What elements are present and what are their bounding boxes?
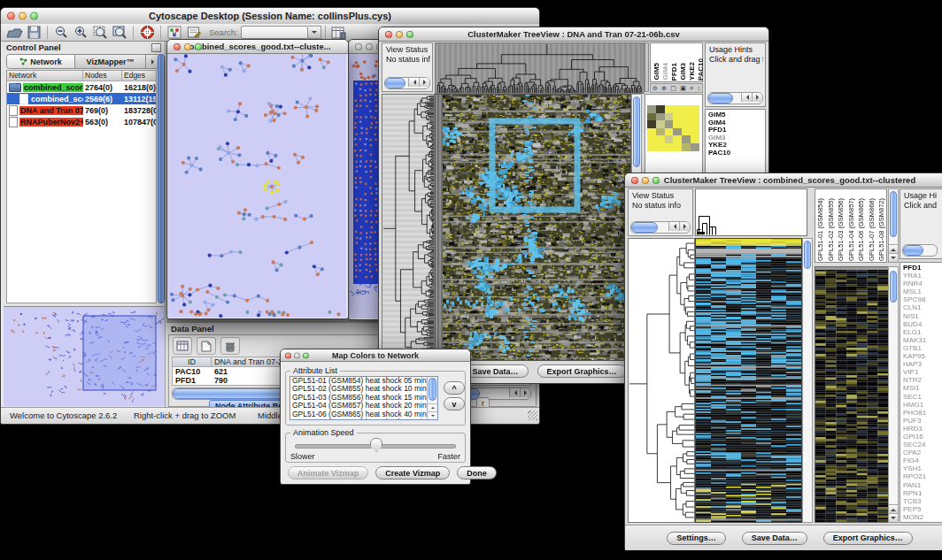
treeview-button[interactable]: Export Graphics…	[537, 364, 627, 378]
map-colors-dialog[interactable]: Map Colors to Network Attribute List GPL…	[280, 349, 471, 485]
scroll-right-icon[interactable]	[679, 222, 690, 231]
matrix-cell[interactable]	[656, 128, 665, 136]
mini-tool-icon[interactable]: ⊖	[652, 85, 658, 92]
scroll-right-icon[interactable]	[520, 388, 530, 397]
matrix-cell[interactable]	[665, 113, 674, 121]
close-icon[interactable]	[385, 31, 392, 38]
mini-tool-icon[interactable]: ▢	[670, 85, 676, 92]
column-header[interactable]: Network	[7, 71, 83, 81]
network-tree-row[interactable]: combined_scores2764(0)16218(0)	[7, 81, 156, 93]
minimize-icon[interactable]	[294, 352, 300, 358]
scrollbar-thumb[interactable]	[633, 96, 640, 167]
matrix-cell[interactable]	[647, 113, 656, 121]
create-vizmap-button[interactable]: Create Vizmap	[375, 466, 450, 479]
matrix-cell[interactable]	[673, 120, 682, 128]
matrix-cell[interactable]	[682, 135, 691, 143]
close-icon[interactable]	[631, 177, 638, 184]
main-titlebar[interactable]: Cytoscape Desktop (Session Name: collins…	[1, 8, 539, 25]
gene-label[interactable]: MON2	[903, 513, 942, 521]
column-header[interactable]: Nodes	[83, 71, 122, 81]
gene-label[interactable]: TCB3	[903, 497, 942, 505]
treeview1-titlebar[interactable]: ClusterMaker TreeView : DNA and Tran 07-…	[379, 27, 768, 42]
new-attribute-icon[interactable]	[197, 337, 216, 355]
treeview2-titlebar[interactable]: ClusterMaker TreeView : combined_scores_…	[625, 173, 942, 188]
global-view-heatmap[interactable]	[815, 266, 889, 523]
search-dropdown-icon[interactable]	[308, 26, 321, 39]
matrix-cell[interactable]	[682, 143, 691, 151]
matrix-cell[interactable]	[656, 105, 665, 113]
mini-tool-icon[interactable]: ▣	[680, 85, 686, 92]
pane-divider[interactable]	[645, 42, 649, 92]
save-session-button[interactable]	[24, 25, 43, 41]
matrix-cell[interactable]	[673, 128, 682, 136]
vizmapper-icon[interactable]	[165, 25, 184, 41]
column-header[interactable]: ID	[173, 357, 212, 366]
matrix-cell[interactable]	[665, 105, 674, 113]
scrollbar-thumb[interactable]	[708, 93, 733, 104]
gene-label[interactable]: GTB1	[903, 344, 942, 352]
scroll-left-icon[interactable]	[509, 388, 520, 397]
gene-label[interactable]: PAN1	[903, 481, 942, 489]
zoom-in-icon[interactable]	[71, 25, 90, 41]
gene-label[interactable]: RNR4	[903, 280, 942, 288]
matrix-cell[interactable]	[647, 128, 656, 136]
gene-label[interactable]: RPN1	[903, 489, 942, 497]
attribute-list-scrollbar[interactable]	[427, 377, 437, 419]
treeview-button[interactable]: Export Graphics…	[823, 532, 913, 545]
float-panel-icon[interactable]	[151, 43, 161, 52]
scrollbar-thumb[interactable]	[903, 245, 923, 256]
matrix-cell[interactable]	[673, 135, 682, 143]
slider-thumb[interactable]	[370, 438, 382, 452]
attribute-browser-icon[interactable]	[329, 25, 349, 41]
delete-attribute-icon[interactable]	[220, 337, 240, 355]
minimize-icon[interactable]	[642, 177, 649, 184]
row-dendrogram[interactable]	[382, 94, 435, 361]
attribute-item[interactable]: GPL51-07 (GSM868) heat shock 60 min	[290, 418, 427, 419]
network-overview[interactable]	[4, 306, 164, 406]
matrix-cell[interactable]	[682, 120, 691, 128]
gene-label[interactable]: BUD4	[903, 320, 942, 328]
view-status-scrollbar[interactable]	[384, 77, 430, 89]
close-icon[interactable]	[285, 352, 291, 358]
matrix-cell[interactable]	[647, 143, 656, 151]
gene-label[interactable]: NIS1	[903, 312, 942, 320]
mini-tool-icon[interactable]: ↕	[697, 85, 700, 91]
gene-label[interactable]: CLN1	[903, 303, 942, 311]
scrollbar-thumb[interactable]	[385, 78, 405, 88]
gene-label[interactable]: ELG1	[903, 328, 942, 336]
scroll-right-icon[interactable]	[752, 93, 762, 102]
gene-label[interactable]: SEC1	[903, 393, 942, 401]
matrix-cell[interactable]	[682, 105, 691, 113]
minimize-icon[interactable]	[19, 12, 27, 20]
treeview-button[interactable]: Settings…	[667, 532, 726, 545]
dialog-titlebar[interactable]: Map Colors to Network	[281, 349, 470, 362]
gene-label[interactable]: HAP3	[903, 360, 942, 368]
gene-label[interactable]: VIP1	[903, 368, 942, 376]
scrollbar-thumb[interactable]	[804, 241, 811, 269]
scrollbar-thumb[interactable]	[890, 191, 897, 237]
matrix-cell[interactable]	[665, 128, 674, 136]
treeview-button[interactable]: Save Data…	[742, 532, 807, 545]
view-status-scrollbar[interactable]	[630, 221, 691, 234]
matrix-cell[interactable]	[665, 135, 674, 143]
matrix-cell[interactable]	[691, 143, 699, 151]
scroll-down-icon[interactable]	[428, 411, 437, 419]
gene-list-scrollbar[interactable]	[888, 266, 899, 523]
column-header[interactable]: Edges	[122, 71, 156, 81]
scroll-up-icon[interactable]	[889, 244, 898, 253]
zoom-fit-icon[interactable]	[110, 25, 129, 41]
scroll-left-icon[interactable]	[668, 222, 679, 231]
column-dendrogram[interactable]	[695, 188, 807, 236]
matrix-cell[interactable]	[691, 120, 699, 128]
matrix-cell[interactable]	[691, 128, 699, 136]
gene-label[interactable]: PEP5	[903, 505, 942, 513]
matrix-cell[interactable]	[673, 105, 682, 113]
matrix-cell[interactable]	[647, 105, 656, 113]
matrix-cell[interactable]	[647, 120, 656, 128]
search-input[interactable]	[241, 26, 308, 39]
scroll-left-icon[interactable]	[741, 93, 752, 102]
gene-label[interactable]: PUF3	[903, 417, 942, 425]
tab-network[interactable]: Network	[7, 55, 75, 68]
done-button[interactable]: Done	[457, 466, 497, 479]
gene-label[interactable]: YRA1	[903, 272, 942, 280]
